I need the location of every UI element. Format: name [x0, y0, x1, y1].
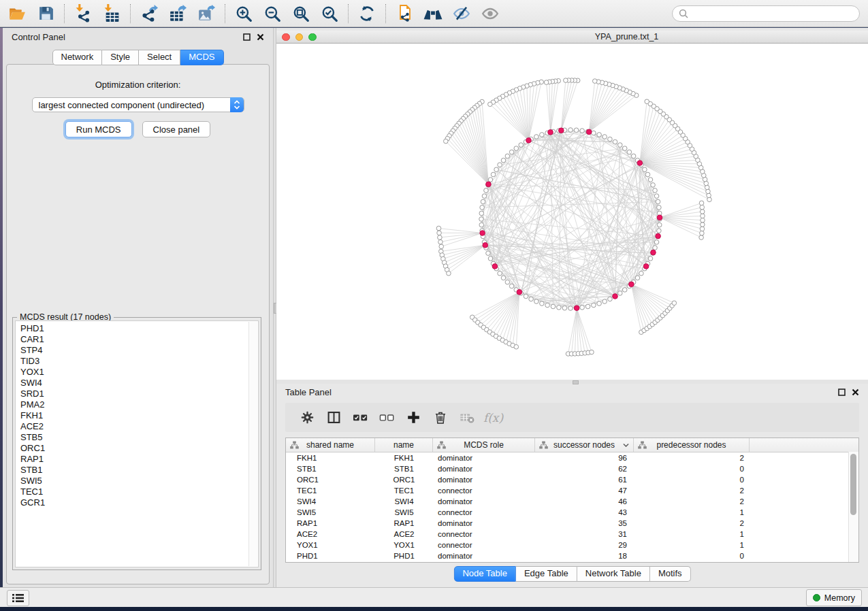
delete-rows-button[interactable] — [427, 408, 453, 428]
table-cell: PHD1 — [286, 552, 375, 560]
search-input[interactable] — [692, 7, 853, 19]
deselect-all-rows-button[interactable] — [374, 408, 400, 428]
table-cell: ACE2 — [375, 530, 433, 538]
mcds-list-scrollbar[interactable] — [248, 322, 257, 566]
table-cell: RAP1 — [375, 519, 433, 527]
open-folder-icon — [8, 5, 26, 22]
column-header-successor-nodes[interactable]: successor nodes — [535, 438, 634, 452]
import-table-button[interactable] — [97, 3, 126, 24]
horizontal-splitter[interactable] — [276, 380, 868, 384]
mcds-result-item[interactable]: ORC1 — [20, 443, 247, 454]
add-row-button[interactable] — [400, 408, 427, 428]
mcds-result-item[interactable]: STP4 — [20, 345, 247, 356]
float-window-icon[interactable] — [243, 33, 251, 41]
close-panel-icon[interactable] — [852, 389, 859, 396]
mcds-result-item[interactable]: SWI5 — [20, 476, 247, 486]
tab-edge-table[interactable]: Edge Table — [516, 566, 577, 582]
table-cell: 18 — [535, 552, 634, 560]
share-document-button[interactable] — [390, 3, 419, 24]
table-body: FKH1FKH1dominator962STB1STB1dominator620… — [286, 452, 858, 561]
apply-function-button[interactable]: f(x) — [480, 408, 507, 428]
tab-network[interactable]: Network — [52, 50, 102, 65]
table-scrollbar[interactable] — [848, 452, 858, 562]
zoom-in-button[interactable] — [229, 3, 258, 24]
table-row[interactable]: FKH1FKH1dominator962 — [286, 452, 858, 463]
table-row[interactable]: SWI4SWI4dominator462 — [286, 496, 858, 507]
zoom-fit-button[interactable] — [287, 3, 315, 24]
search-box[interactable] — [672, 5, 860, 22]
mcds-result-item[interactable]: STB5 — [20, 432, 247, 443]
tab-node-table[interactable]: Node Table — [453, 566, 516, 582]
column-header-predecessor-nodes[interactable]: predecessor nodes — [634, 438, 750, 452]
mcds-result-item[interactable]: RAP1 — [20, 454, 247, 465]
mcds-result-item[interactable]: CAR1 — [20, 334, 247, 345]
delete-table-button[interactable] — [453, 408, 480, 428]
table-row[interactable]: YOX1YOX1connector291 — [286, 540, 858, 550]
save-session-button[interactable] — [31, 3, 60, 24]
dropdown-stepper-icon — [230, 97, 244, 112]
control-panel-title: Control Panel — [12, 32, 65, 42]
mcds-result-item[interactable]: YOX1 — [20, 367, 247, 378]
mcds-result-item[interactable]: TEC1 — [20, 486, 247, 497]
table-row[interactable]: ORC1ORC1dominator610 — [286, 474, 858, 485]
mcds-result-item[interactable]: PHD1 — [20, 323, 247, 334]
column-header-MCDS-role[interactable]: MCDS role — [433, 438, 535, 452]
export-network-button[interactable] — [135, 3, 163, 24]
hide-selected-button[interactable] — [447, 3, 476, 24]
eye-icon — [481, 5, 499, 22]
table-header-row: shared namenameMCDS rolesuccessor nodesp… — [286, 438, 858, 452]
close-panel-icon[interactable] — [257, 33, 264, 41]
table-row[interactable]: TEC1TEC1connector472 — [286, 485, 858, 496]
mcds-result-list[interactable]: PHD1CAR1STP4TID3YOX1SWI4SRD1PMA2FKH1ACE2… — [15, 320, 259, 567]
scrollbar-thumb[interactable] — [850, 454, 856, 515]
delete-table-icon — [460, 410, 475, 425]
open-file-button[interactable] — [3, 3, 31, 24]
table-row[interactable]: RAP1RAP1dominator352 — [286, 518, 858, 529]
column-header-name[interactable]: name — [375, 438, 433, 452]
tab-network-table[interactable]: Network Table — [577, 566, 650, 582]
mcds-result-item[interactable]: SWI4 — [20, 378, 247, 389]
table-row[interactable]: ACE2ACE2connector311 — [286, 529, 858, 540]
zoom-selected-button[interactable] — [315, 3, 344, 24]
tab-mcds[interactable]: MCDS — [180, 50, 223, 65]
table-cell: dominator — [433, 497, 535, 506]
mcds-result-item[interactable]: TID3 — [20, 356, 247, 367]
close-panel-button[interactable]: Close panel — [142, 121, 211, 137]
import-network-button[interactable] — [69, 3, 97, 24]
select-all-rows-button[interactable] — [347, 408, 374, 428]
show-all-button[interactable] — [476, 3, 504, 24]
tab-motifs[interactable]: Motifs — [650, 566, 691, 582]
table-row[interactable]: PHD1PHD1dominator180 — [286, 550, 858, 561]
network-window-titlebar[interactable]: YPA_prune.txt_1 — [276, 31, 868, 44]
table-row[interactable]: STB1STB1dominator620 — [286, 463, 858, 474]
table-cell: ORC1 — [286, 476, 375, 484]
export-image-button[interactable] — [192, 3, 221, 24]
float-window-icon[interactable] — [838, 389, 846, 396]
memory-button[interactable]: Memory — [806, 589, 862, 606]
network-graph[interactable] — [276, 44, 868, 380]
binoculars-icon — [423, 4, 443, 23]
zoom-out-button[interactable] — [258, 3, 287, 24]
column-visibility-button[interactable] — [321, 408, 347, 428]
task-history-button[interactable] — [7, 590, 29, 606]
export-table-button[interactable] — [163, 3, 192, 24]
mcds-result-item[interactable]: STB1 — [20, 465, 247, 476]
optimization-criterion-select[interactable]: largest connected component (undirected) — [32, 97, 244, 112]
tab-select[interactable]: Select — [139, 50, 180, 65]
refresh-layout-button[interactable] — [353, 3, 381, 24]
network-canvas[interactable] — [276, 44, 868, 380]
tab-style[interactable]: Style — [102, 50, 139, 65]
mcds-result-group: MCDS result (17 nodes) PHD1CAR1STP4TID3Y… — [12, 317, 261, 570]
table-row[interactable]: SWI5SWI5connector431 — [286, 507, 858, 518]
table-cell: connector — [433, 508, 535, 516]
first-neighbors-button[interactable] — [419, 3, 447, 24]
mcds-result-item[interactable]: SRD1 — [20, 389, 247, 399]
column-header-shared-name[interactable]: shared name — [286, 438, 375, 452]
mcds-result-item[interactable]: GCR1 — [20, 497, 247, 508]
table-cell: 46 — [535, 497, 634, 506]
mcds-result-item[interactable]: ACE2 — [20, 421, 247, 432]
table-settings-button[interactable] — [294, 408, 321, 428]
run-mcds-button[interactable]: Run MCDS — [65, 121, 132, 137]
mcds-result-item[interactable]: FKH1 — [20, 410, 247, 421]
mcds-result-item[interactable]: PMA2 — [20, 399, 247, 410]
